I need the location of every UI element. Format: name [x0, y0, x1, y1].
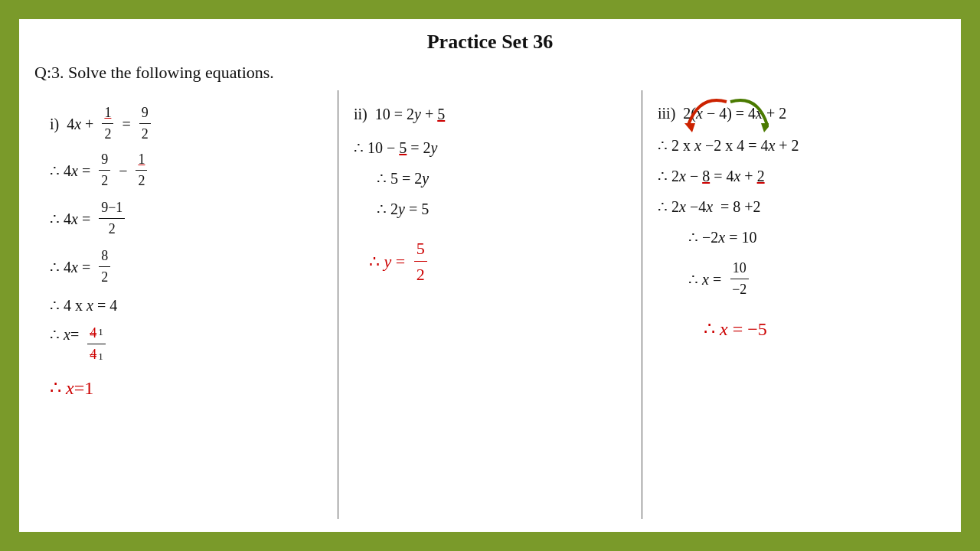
- col1-line7: ∴ x=1: [50, 374, 322, 402]
- main-container: Practice Set 36 Q:3. Solve the following…: [19, 19, 961, 532]
- columns-container: i) 4x + 12 = 92 ∴ 4x = 92 − 12 ∴ 4x = 9−…: [34, 90, 946, 519]
- col1-line3: ∴ 4x = 9−12: [50, 197, 322, 240]
- col2-line1: ii) 10 = 2y + 5: [354, 103, 626, 126]
- col2-line2: ∴ 10 − 5 = 2y: [354, 136, 626, 159]
- svg-marker-1: [761, 123, 769, 132]
- col1-line2: ∴ 4x = 92 − 12: [50, 149, 322, 191]
- col1-line5: ∴ 4 x x = 4: [50, 294, 322, 317]
- col3-line7: ∴ x = −5: [658, 315, 930, 343]
- col3-line3: ∴ 2x − 8 = 4x + 2: [658, 165, 930, 187]
- column-1: i) 4x + 12 = 92 ∴ 4x = 92 − 12 ∴ 4x = 9−…: [34, 90, 338, 519]
- page-title: Practice Set 36: [34, 31, 946, 54]
- arrow-decoration: [684, 94, 761, 140]
- col1-line4: ∴ 4x = 82: [50, 246, 322, 288]
- column-2: ii) 10 = 2y + 5 ∴ 10 − 5 = 2y ∴ 5 = 2y ∴…: [338, 90, 642, 519]
- col2-line5: ∴ y = 52: [354, 236, 626, 287]
- question-text: Q:3. Solve the following equations.: [34, 63, 946, 83]
- column-3: iii) 2(x − 4) = 4x + 2 ∴ 2 x x −2 x 4 = …: [642, 90, 946, 519]
- col2-line4: ∴ 2y = 5: [354, 197, 626, 220]
- col3-line4: ∴ 2x −4x = 8 +2: [658, 195, 930, 218]
- col1-line6: ∴ x= 4 1 4 1: [50, 323, 322, 365]
- col3-line6: ∴ x = 10−2: [658, 258, 930, 300]
- col3-line5: ∴ −2x = 10: [658, 226, 930, 249]
- col1-line1: i) 4x + 12 = 92: [50, 103, 322, 145]
- col2-line3: ∴ 5 = 2y: [354, 167, 626, 190]
- svg-marker-0: [684, 123, 695, 132]
